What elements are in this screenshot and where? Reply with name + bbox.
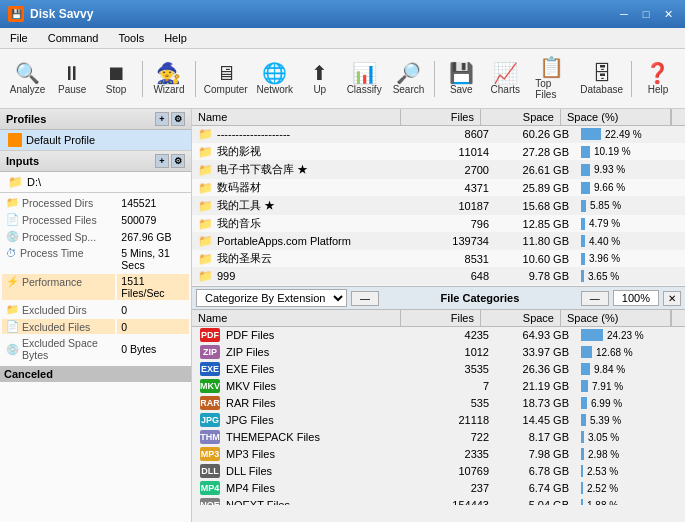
cat-label: MP3 Files	[226, 448, 275, 460]
help-button[interactable]: ❓ Help	[637, 59, 679, 99]
profiles-settings-icon[interactable]: ⚙	[171, 112, 185, 126]
maximize-button[interactable]: □	[637, 5, 655, 23]
cat-row[interactable]: MP4 MP4 Files 237 6.74 GB 2.52 %	[192, 480, 685, 497]
up-button[interactable]: ⬆ Up	[299, 59, 341, 99]
cat-row[interactable]: NOE NOEXT Files 154443 5.04 GB 1.88 %	[192, 497, 685, 505]
status-files-value: 500079	[117, 212, 189, 227]
cat-pct-bar	[581, 346, 592, 358]
file-row[interactable]: 📁 我的圣果云 8531 10.60 GB 3.96 %	[192, 250, 685, 268]
profiles-actions[interactable]: + ⚙	[155, 112, 185, 126]
cat-space: 8.17 GB	[495, 430, 575, 444]
file-pct: 4.40 %	[575, 234, 685, 248]
charts-button[interactable]: 📈 Charts	[484, 59, 526, 99]
menu-command[interactable]: Command	[42, 30, 105, 46]
cat-row[interactable]: EXE EXE Files 3535 26.36 GB 9.84 %	[192, 361, 685, 378]
cat-pct: 2.53 %	[575, 464, 685, 478]
col-header-pct[interactable]: Space (%)	[561, 109, 671, 125]
pct-bar	[581, 253, 585, 265]
file-row[interactable]: 📁 数码器材 4371 25.89 GB 9.66 %	[192, 179, 685, 197]
cat-row[interactable]: ZIP ZIP Files 1012 33.97 GB 12.68 %	[192, 344, 685, 361]
file-row[interactable]: 📁 我的音乐 796 12.85 GB 4.79 %	[192, 215, 685, 233]
cat-row[interactable]: MKV MKV Files 7 21.19 GB 7.91 %	[192, 378, 685, 395]
cat-row[interactable]: THM THEMEPACK Files 722 8.17 GB 3.05 %	[192, 429, 685, 446]
search-icon: 🔎	[396, 63, 421, 83]
cat-col-name[interactable]: Name	[192, 310, 401, 326]
pause-button[interactable]: ⏸ Pause	[51, 59, 93, 99]
cat-row[interactable]: JPG JPG Files 21118 14.45 GB 5.39 %	[192, 412, 685, 429]
file-row[interactable]: 📁 我的工具 ★ 10187 15.68 GB 5.85 %	[192, 197, 685, 215]
col-header-name[interactable]: Name	[192, 109, 401, 125]
pct-text: 5.85 %	[590, 200, 621, 211]
cat-pct-text: 12.68 %	[596, 347, 633, 358]
file-row[interactable]: 📁 我的影视 11014 27.28 GB 10.19 %	[192, 143, 685, 161]
pct-text: 4.40 %	[589, 236, 620, 247]
cat-pct: 3.05 %	[575, 430, 685, 444]
category-select[interactable]: Categorize By Extension	[196, 289, 347, 307]
cat-row[interactable]: DLL DLL Files 10769 6.78 GB 2.53 %	[192, 463, 685, 480]
analyze-icon: 🔍	[15, 63, 40, 83]
cat-space: 14.45 GB	[495, 413, 575, 427]
cat-label: JPG Files	[226, 414, 274, 426]
network-button[interactable]: 🌐 Network	[253, 59, 297, 99]
file-pct: 22.49 %	[575, 127, 685, 141]
minimize-button[interactable]: ─	[615, 5, 633, 23]
inputs-add-icon[interactable]: +	[155, 154, 169, 168]
cat-col-files[interactable]: Files	[401, 310, 481, 326]
file-row[interactable]: 📁 PortableApps.com Platform 139734 11.80…	[192, 233, 685, 250]
profile-default[interactable]: Default Profile	[0, 130, 191, 150]
file-row[interactable]: 📁 -------------------- 8607 60.26 GB 22.…	[192, 126, 685, 143]
category-list[interactable]: Name Files Space Space (%) PDF PDF Files…	[192, 310, 685, 505]
cat-row[interactable]: RAR RAR Files 535 18.73 GB 6.99 %	[192, 395, 685, 412]
file-name: 我的工具 ★	[217, 198, 275, 213]
cat-col-pct[interactable]: Space (%)	[561, 310, 671, 326]
category-close-btn[interactable]: ✕	[663, 291, 681, 306]
menu-help[interactable]: Help	[158, 30, 193, 46]
wizard-button[interactable]: 🧙 Wizard	[148, 59, 190, 99]
stop-button[interactable]: ⏹ Stop	[95, 59, 137, 99]
status-space-label: Processed Sp...	[22, 231, 96, 243]
inputs-title: Inputs	[6, 155, 39, 167]
input-drive[interactable]: 📁 D:\	[0, 172, 191, 192]
cat-space: 6.78 GB	[495, 464, 575, 478]
file-space: 27.28 GB	[495, 145, 575, 159]
file-row[interactable]: 📁 999 648 9.78 GB 3.65 %	[192, 268, 685, 285]
save-button[interactable]: 💾 Save	[440, 59, 482, 99]
status-section: 📁 Processed Dirs 145521 📄 Processed File…	[0, 193, 191, 522]
col-header-space[interactable]: Space	[481, 109, 561, 125]
database-button[interactable]: 🗄 Database	[577, 59, 626, 99]
cat-files: 10769	[415, 464, 495, 478]
cat-col-space[interactable]: Space	[481, 310, 561, 326]
profiles-title: Profiles	[6, 113, 46, 125]
category-minus-btn[interactable]: —	[351, 291, 379, 306]
file-row[interactable]: 📁 电子书下载合库 ★ 2700 26.61 GB 9.93 %	[192, 161, 685, 179]
file-list-rows[interactable]: 📁 -------------------- 8607 60.26 GB 22.…	[192, 126, 685, 286]
category-minus2-btn[interactable]: —	[581, 291, 609, 306]
file-pct: 3.96 %	[575, 252, 685, 266]
inputs-settings-icon[interactable]: ⚙	[171, 154, 185, 168]
inputs-actions[interactable]: + ⚙	[155, 154, 185, 168]
col-header-files[interactable]: Files	[401, 109, 481, 125]
cat-pct-bar	[581, 414, 586, 426]
topfiles-button[interactable]: 📋 Top Files	[528, 53, 575, 104]
profiles-add-icon[interactable]: +	[155, 112, 169, 126]
classify-label: Classify	[347, 84, 382, 95]
file-space: 12.85 GB	[495, 217, 575, 231]
close-button[interactable]: ✕	[659, 5, 677, 23]
status-row-exspace: 💿 Excluded Space Bytes 0 Bytes	[2, 336, 189, 362]
cat-type-icon: ZIP	[200, 345, 220, 359]
computer-button[interactable]: 🖥 Computer	[201, 59, 251, 99]
cat-type-icon: EXE	[200, 362, 220, 376]
cat-type-icon: MKV	[200, 379, 220, 393]
cat-pct-bar	[581, 499, 583, 505]
search-button[interactable]: 🔎 Search	[387, 59, 429, 99]
cat-row[interactable]: PDF PDF Files 4235 64.93 GB 24.23 %	[192, 327, 685, 344]
menu-tools[interactable]: Tools	[112, 30, 150, 46]
analyze-button[interactable]: 🔍 Analyze	[6, 59, 49, 99]
save-label: Save	[450, 84, 473, 95]
menu-file[interactable]: File	[4, 30, 34, 46]
classify-button[interactable]: 📊 Classify	[343, 59, 386, 99]
category-toolbar: Categorize By Extension — File Categorie…	[192, 286, 685, 310]
cat-row[interactable]: MP3 MP3 Files 2335 7.98 GB 2.98 %	[192, 446, 685, 463]
title-controls[interactable]: ─ □ ✕	[615, 5, 677, 23]
cat-pct-text: 9.84 %	[594, 364, 625, 375]
